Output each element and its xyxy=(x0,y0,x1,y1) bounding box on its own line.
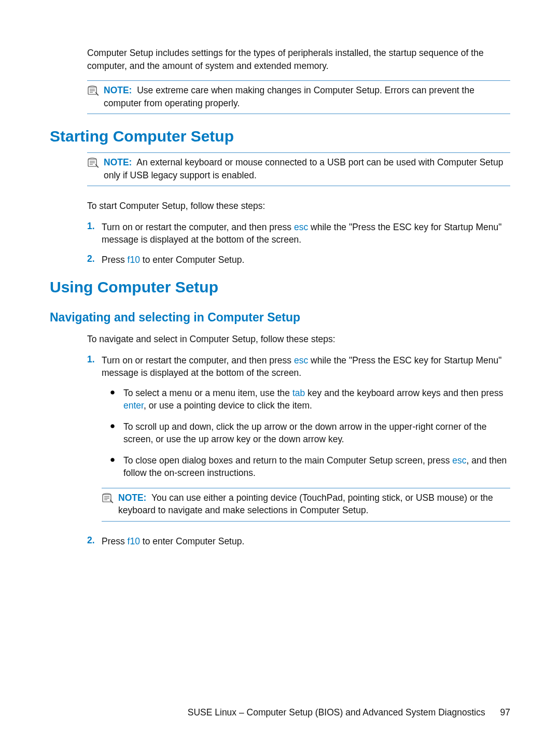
note-callout: NOTE: Use extreme care when making chang… xyxy=(87,80,510,114)
bullet-item: ● To close open dialog boxes and return … xyxy=(102,454,510,480)
text-run: To select a menu or a menu item, use the xyxy=(123,388,292,398)
note-callout: NOTE: You can use either a pointing devi… xyxy=(102,488,510,522)
text-run: Turn on or restart the computer, and the… xyxy=(102,355,294,366)
heading-navigating-selecting: Navigating and selecting in Computer Set… xyxy=(50,311,510,325)
note-icon xyxy=(87,85,101,99)
text-run: to enter Computer Setup. xyxy=(140,536,244,546)
note-icon xyxy=(87,157,101,171)
text-run: Turn on or restart the computer, and the… xyxy=(102,222,294,232)
start-intro: To start Computer Setup, follow these st… xyxy=(87,200,510,213)
key-enter: enter xyxy=(123,400,144,411)
text-run: key and the keyboard arrow keys and then… xyxy=(305,388,503,398)
note-body: Use extreme care when making changes in … xyxy=(104,85,474,108)
bullet-marker: ● xyxy=(102,387,123,412)
key-esc: esc xyxy=(294,222,308,232)
note-text: NOTE: You can use either a pointing devi… xyxy=(118,491,510,517)
text-run: Press xyxy=(102,536,128,546)
page-footer: SUSE Linux – Computer Setup (BIOS) and A… xyxy=(188,707,510,718)
key-esc: esc xyxy=(452,455,466,466)
heading-using-computer-setup: Using Computer Setup xyxy=(50,278,510,296)
step-body: Press f10 to enter Computer Setup. xyxy=(102,535,244,548)
step-marker: 2. xyxy=(87,535,102,548)
step-marker: 1. xyxy=(87,354,102,379)
step-marker: 1. xyxy=(87,221,102,246)
bullet-marker: ● xyxy=(102,420,123,446)
ordered-step: 1. Turn on or restart the computer, and … xyxy=(87,354,510,379)
text-run: To close open dialog boxes and return to… xyxy=(123,455,452,466)
note-text: NOTE: Use extreme care when making chang… xyxy=(104,84,510,109)
note-body: An external keyboard or mouse connected … xyxy=(104,157,503,180)
note-label: NOTE: xyxy=(118,493,146,503)
nav-intro: To navigate and select in Computer Setup… xyxy=(87,333,510,346)
note-callout: NOTE: An external keyboard or mouse conn… xyxy=(87,152,510,186)
note-label: NOTE: xyxy=(104,157,132,167)
bullet-item: ● To scroll up and down, click the up ar… xyxy=(102,420,510,446)
intro-paragraph: Computer Setup includes settings for the… xyxy=(87,47,510,72)
text-run: to enter Computer Setup. xyxy=(140,255,244,265)
key-f10: f10 xyxy=(128,536,140,546)
bullet-body: To select a menu or a menu item, use the… xyxy=(123,387,510,412)
note-body: You can use either a pointing device (To… xyxy=(118,493,493,516)
key-f10: f10 xyxy=(128,255,140,265)
note-label: NOTE: xyxy=(104,85,132,95)
note-text: NOTE: An external keyboard or mouse conn… xyxy=(104,156,510,181)
note-icon xyxy=(102,493,115,506)
ordered-step: 2. Press f10 to enter Computer Setup. xyxy=(87,535,510,548)
page-number: 97 xyxy=(500,707,510,718)
bullet-body: To scroll up and down, click the up arro… xyxy=(123,420,510,446)
bullet-marker: ● xyxy=(102,454,123,480)
bullet-body: To close open dialog boxes and return to… xyxy=(123,454,510,480)
footer-text: SUSE Linux – Computer Setup (BIOS) and A… xyxy=(188,707,485,718)
step-marker: 2. xyxy=(87,254,102,266)
key-tab: tab xyxy=(292,388,305,398)
ordered-step: 1. Turn on or restart the computer, and … xyxy=(87,221,510,246)
step-body: Turn on or restart the computer, and the… xyxy=(102,221,510,246)
heading-starting-computer-setup: Starting Computer Setup xyxy=(50,128,510,145)
text-run: Press xyxy=(102,255,128,265)
key-esc: esc xyxy=(294,355,308,366)
document-page: Computer Setup includes settings for the… xyxy=(0,0,560,745)
step-body: Turn on or restart the computer, and the… xyxy=(102,354,510,379)
ordered-step: 2. Press f10 to enter Computer Setup. xyxy=(87,254,510,266)
text-run: , or use a pointing device to click the … xyxy=(144,400,312,411)
step-body: Press f10 to enter Computer Setup. xyxy=(102,254,244,266)
bullet-item: ● To select a menu or a menu item, use t… xyxy=(102,387,510,412)
